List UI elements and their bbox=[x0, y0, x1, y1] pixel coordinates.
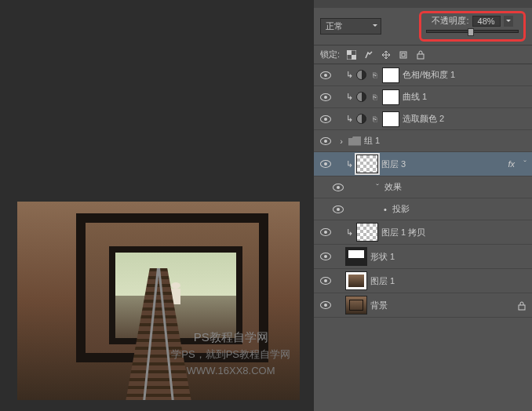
expand-toggle[interactable]: › bbox=[337, 136, 345, 146]
layer-mask-thumb[interactable] bbox=[382, 67, 399, 83]
layer-thumb[interactable] bbox=[345, 271, 367, 290]
eye-icon bbox=[320, 71, 331, 79]
layer-name[interactable]: 形状 1 bbox=[370, 251, 529, 263]
lock-all-icon[interactable] bbox=[415, 49, 426, 60]
lock-artboard-icon[interactable] bbox=[398, 49, 409, 60]
svg-rect-4 bbox=[402, 53, 405, 56]
link-icon: ⎘ bbox=[370, 70, 379, 81]
fx-badge[interactable]: fx bbox=[508, 159, 515, 169]
eye-icon bbox=[320, 228, 331, 236]
layer-mask-thumb[interactable] bbox=[382, 89, 399, 105]
effects-label: 效果 bbox=[384, 181, 529, 193]
layer-group-1[interactable]: › 组 1 bbox=[314, 130, 532, 152]
visibility-toggle[interactable] bbox=[317, 115, 334, 123]
layer-thumb[interactable] bbox=[345, 247, 367, 266]
layer-curves[interactable]: ↳ ⎘ 曲线 1 bbox=[314, 86, 532, 108]
visibility-toggle[interactable] bbox=[330, 184, 347, 191]
blend-mode-value: 正常 bbox=[326, 21, 343, 31]
layer-name[interactable]: 色相/饱和度 1 bbox=[403, 69, 529, 81]
visibility-toggle[interactable] bbox=[317, 277, 334, 285]
layer-thumb[interactable] bbox=[345, 296, 367, 315]
lock-position-icon[interactable] bbox=[381, 49, 392, 60]
eye-icon bbox=[320, 277, 331, 285]
layer-name[interactable]: 图层 3 bbox=[381, 158, 505, 170]
opacity-highlight-box: 不透明度: bbox=[419, 11, 526, 42]
layers-list: ↳ ⎘ 色相/饱和度 1 ↳ ⎘ 曲线 1 ↳ ⎘ 选取颜色 2 › 组 bbox=[314, 64, 532, 411]
layer-name[interactable]: 图层 1 拷贝 bbox=[381, 227, 529, 238]
opacity-input[interactable] bbox=[472, 16, 501, 27]
canvas-area: PS教程自学网 学PS，就到PS教程自学网 WWW.16XX8.COM bbox=[0, 0, 314, 411]
clip-indicator-icon: ↳ bbox=[345, 159, 353, 169]
layer-effect-dropshadow[interactable]: • 投影 bbox=[314, 198, 532, 220]
layer-thumb[interactable] bbox=[356, 155, 378, 173]
layer-shape-1[interactable]: 形状 1 bbox=[314, 245, 532, 269]
opacity-slider[interactable] bbox=[426, 30, 519, 33]
fx-expand-toggle[interactable]: ˇ bbox=[521, 159, 529, 169]
adjustment-icon bbox=[356, 92, 366, 102]
document-canvas[interactable] bbox=[17, 202, 300, 400]
layer-3-selected[interactable]: ↳ 图层 3 fx ˇ bbox=[314, 152, 532, 176]
visibility-toggle[interactable] bbox=[317, 93, 334, 101]
link-icon: ⎘ bbox=[370, 114, 379, 125]
effect-name[interactable]: 投影 bbox=[392, 203, 529, 215]
blend-opacity-row: 正常 不透明度: bbox=[314, 8, 532, 45]
svg-rect-2 bbox=[352, 55, 356, 60]
layer-1[interactable]: 图层 1 bbox=[314, 269, 532, 293]
visibility-toggle[interactable] bbox=[317, 137, 334, 145]
visibility-toggle[interactable] bbox=[317, 228, 334, 236]
effects-expand-toggle[interactable]: ˇ bbox=[373, 183, 381, 192]
clip-indicator-icon: ↳ bbox=[345, 227, 353, 238]
layer-name[interactable]: 背景 bbox=[370, 300, 515, 311]
lock-transparency-icon[interactable] bbox=[346, 49, 357, 60]
clip-indicator-icon: ↳ bbox=[345, 114, 353, 124]
visibility-toggle[interactable] bbox=[330, 206, 347, 213]
clip-indicator-icon: ↳ bbox=[345, 92, 353, 102]
visibility-toggle[interactable] bbox=[317, 253, 334, 260]
panel-tab-strip[interactable] bbox=[314, 0, 532, 8]
eye-icon bbox=[320, 160, 331, 168]
layer-name[interactable]: 组 1 bbox=[364, 135, 529, 147]
folder-icon bbox=[348, 136, 361, 146]
opacity-slider-thumb[interactable] bbox=[468, 28, 474, 36]
layer-1-copy[interactable]: ↳ 图层 1 拷贝 bbox=[314, 220, 532, 245]
svg-rect-3 bbox=[400, 52, 406, 58]
visibility-toggle[interactable] bbox=[317, 301, 334, 309]
adjustment-icon bbox=[356, 114, 366, 124]
svg-rect-1 bbox=[347, 50, 352, 55]
visibility-toggle[interactable] bbox=[317, 160, 334, 168]
layers-panel: 正常 不透明度: 锁定: ↳ ⎘ bbox=[314, 0, 532, 411]
layer-background[interactable]: 背景 bbox=[314, 293, 532, 318]
layer-selective-color[interactable]: ↳ ⎘ 选取颜色 2 bbox=[314, 108, 532, 130]
lock-row: 锁定: bbox=[314, 45, 532, 64]
blend-mode-dropdown[interactable]: 正常 bbox=[320, 18, 381, 35]
link-icon: ⎘ bbox=[370, 92, 379, 103]
layer-name[interactable]: 选取颜色 2 bbox=[403, 113, 529, 125]
eye-icon bbox=[320, 253, 331, 260]
eye-icon bbox=[320, 115, 331, 123]
layer-name[interactable]: 图层 1 bbox=[370, 275, 529, 287]
svg-rect-5 bbox=[417, 54, 424, 59]
lock-icon bbox=[518, 301, 526, 309]
lock-label: 锁定: bbox=[320, 49, 340, 60]
eye-icon bbox=[320, 93, 331, 101]
layer-hue-saturation[interactable]: ↳ ⎘ 色相/饱和度 1 bbox=[314, 64, 532, 86]
eye-icon bbox=[333, 206, 344, 213]
clip-indicator-icon: ↳ bbox=[345, 70, 353, 80]
opacity-dropdown-toggle[interactable] bbox=[504, 16, 513, 27]
eye-icon bbox=[320, 301, 331, 309]
lock-pixels-icon[interactable] bbox=[363, 49, 374, 60]
visibility-toggle[interactable] bbox=[317, 71, 334, 79]
adjustment-icon bbox=[356, 70, 366, 80]
layer-effects-header[interactable]: ˇ 效果 bbox=[314, 176, 532, 198]
layer-name[interactable]: 曲线 1 bbox=[403, 91, 529, 103]
opacity-label: 不透明度: bbox=[432, 15, 468, 27]
svg-rect-6 bbox=[519, 305, 525, 310]
layer-thumb[interactable] bbox=[356, 223, 378, 242]
effect-bullet-icon: • bbox=[381, 205, 389, 214]
layer-mask-thumb[interactable] bbox=[382, 111, 399, 127]
eye-icon bbox=[320, 137, 331, 145]
eye-icon bbox=[333, 184, 344, 191]
